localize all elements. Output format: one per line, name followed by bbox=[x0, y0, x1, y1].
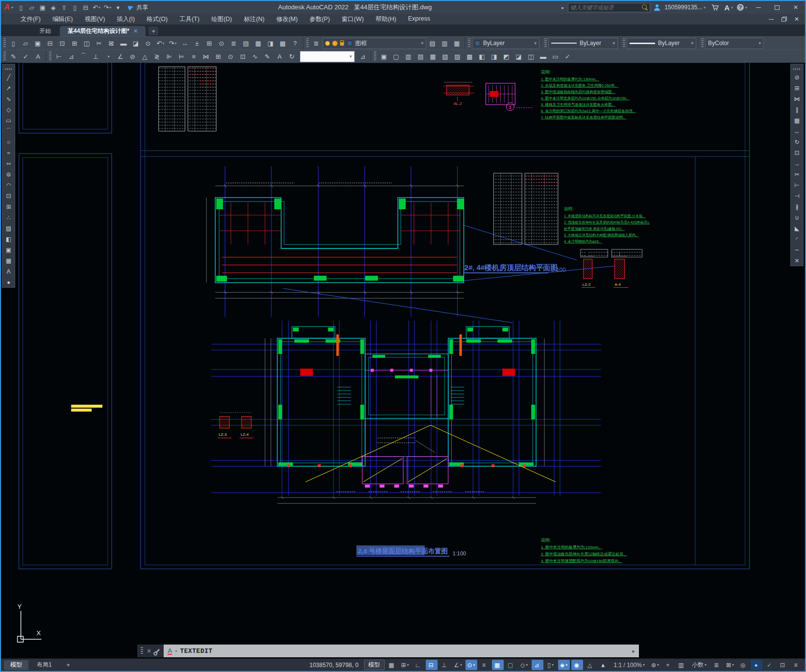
polar-tracking-icon[interactable]: ∠▾ bbox=[452, 660, 464, 670]
intersect-icon[interactable]: ▥ bbox=[402, 50, 415, 62]
collapse-search-icon[interactable]: ▸ bbox=[562, 5, 564, 10]
move-faces-icon[interactable]: ▦ bbox=[427, 50, 439, 62]
menu-parametric[interactable]: 参数(P) bbox=[304, 14, 336, 25]
units-button[interactable]: 小数▾ bbox=[689, 660, 709, 670]
dim-edit-icon[interactable]: ✎ bbox=[261, 50, 273, 62]
ellipse-icon[interactable]: ⊜ bbox=[3, 169, 14, 179]
toolbar-grip[interactable] bbox=[49, 51, 51, 61]
qat-redo-icon[interactable]: ↷▾ bbox=[102, 2, 113, 13]
qat-new-icon[interactable]: ▯ bbox=[16, 2, 26, 13]
toolbar-grip[interactable] bbox=[3, 38, 6, 48]
toolbar-grip[interactable] bbox=[701, 38, 704, 48]
arc-icon[interactable]: ⌒ bbox=[3, 126, 14, 136]
dim-angular-icon[interactable]: ∠ bbox=[114, 50, 126, 62]
offset-faces-icon[interactable]: ▧ bbox=[439, 50, 451, 62]
isolate-objects-icon[interactable]: ◎ bbox=[737, 660, 749, 670]
circle-icon[interactable]: ○ bbox=[3, 137, 14, 147]
close-tab-icon[interactable]: ✕ bbox=[133, 28, 138, 34]
search-icon[interactable] bbox=[642, 4, 648, 10]
polyline-icon[interactable]: ∿ bbox=[3, 94, 14, 104]
menu-draw[interactable]: 绘图(D) bbox=[205, 14, 238, 25]
dim-continue-icon[interactable]: ⊨ bbox=[175, 50, 188, 62]
customize-statusbar-icon[interactable]: ≡ bbox=[790, 660, 802, 670]
workspace-switching-icon[interactable]: ⊛▾ bbox=[649, 660, 661, 670]
annotation-scale-icon[interactable]: ▲ bbox=[598, 660, 610, 670]
make-block-icon[interactable]: ⊞ bbox=[3, 201, 14, 212]
blend-curves-icon[interactable]: ∼ bbox=[792, 245, 803, 255]
publish-icon[interactable]: ⊞ bbox=[69, 37, 81, 49]
tab-start[interactable]: 开始 bbox=[31, 26, 59, 36]
menu-tools[interactable]: 工具(T) bbox=[173, 14, 205, 25]
user-avatar-icon[interactable] bbox=[654, 4, 660, 11]
rectangle-icon[interactable]: ▭ bbox=[3, 115, 14, 125]
doc-minimize-button[interactable] bbox=[765, 15, 778, 24]
copy-base-point-icon[interactable]: ◪ bbox=[130, 37, 142, 49]
ellipse-arc-icon[interactable]: ◠ bbox=[3, 180, 14, 190]
dim-text-edit-icon[interactable]: A bbox=[273, 50, 286, 62]
menu-view[interactable]: 视图(V) bbox=[79, 14, 111, 25]
close-button[interactable]: ✕ bbox=[788, 2, 803, 13]
scale-icon[interactable]: ⊡ bbox=[792, 148, 803, 158]
qat-undo-icon[interactable]: ↶▾ bbox=[91, 2, 102, 13]
menu-express[interactable]: Express bbox=[402, 14, 436, 25]
taper-faces-icon[interactable]: ◧ bbox=[476, 50, 488, 62]
delete-faces-icon[interactable]: ▨ bbox=[451, 50, 464, 62]
qat-open-mobile-icon[interactable]: ▯ bbox=[70, 2, 80, 13]
batch-plot-icon[interactable]: ◫ bbox=[81, 37, 93, 49]
spline-icon[interactable]: ∾ bbox=[3, 158, 14, 169]
layer-dropdown[interactable]: 图框 ▾ bbox=[322, 38, 426, 49]
qat-plot-icon[interactable]: ⊟ bbox=[80, 2, 91, 13]
layer-translate-icon[interactable]: ▦ bbox=[451, 37, 463, 49]
edit-text-icon[interactable]: ✎ bbox=[7, 50, 20, 62]
fillet-icon[interactable]: ◜ bbox=[792, 234, 803, 244]
toolbar-grip[interactable] bbox=[3, 51, 6, 61]
dim-arc-length-icon[interactable]: ⌒ bbox=[77, 50, 90, 62]
drawing-area[interactable]: ╱↗∿◇▭⌒○≈∾⊜◠⊡⊞∴▨◧▣▦A● ⊘⊞⋈∥▦↔↻⊡→✂⊢⊣∦∪◣◜∼✕ bbox=[1, 63, 805, 658]
trim-icon[interactable]: ✂ bbox=[792, 169, 803, 179]
model-space-button[interactable]: 模型 bbox=[364, 660, 385, 670]
table-icon[interactable]: ▦ bbox=[3, 255, 14, 266]
dim-spacing-icon[interactable]: ≡ bbox=[188, 50, 200, 62]
explode-icon[interactable]: ✕ bbox=[792, 255, 803, 266]
units-ruler-icon[interactable]: ▥ bbox=[676, 660, 687, 670]
rotate-faces-icon[interactable]: ▩ bbox=[464, 50, 476, 62]
qat-upload-mobile-icon[interactable]: ⇧ bbox=[59, 2, 70, 13]
multiline-text-icon[interactable]: A bbox=[3, 266, 14, 276]
import-status-icon[interactable]: ✓ bbox=[764, 660, 776, 670]
plot-style-dropdown[interactable]: ByColor ▾ bbox=[705, 38, 764, 49]
color-faces-icon[interactable]: ◩ bbox=[500, 50, 513, 62]
quick-properties-icon[interactable]: ≣ bbox=[711, 660, 723, 670]
command-grip[interactable] bbox=[141, 647, 143, 655]
mirror-icon[interactable]: ⋈ bbox=[792, 94, 803, 104]
layer-properties-icon[interactable]: ≣ bbox=[228, 37, 240, 49]
clean-icon[interactable]: ◫ bbox=[525, 50, 537, 62]
point-icon[interactable]: ∴ bbox=[3, 212, 14, 223]
dim-angular3-icon[interactable]: △ bbox=[139, 50, 151, 62]
spell-check-icon[interactable]: ✓ bbox=[20, 50, 32, 62]
tool-palettes-icon[interactable]: ▩ bbox=[277, 37, 289, 49]
copy-icon[interactable]: ⊞ bbox=[792, 83, 803, 93]
infer-constraints-icon[interactable]: ∟ bbox=[413, 660, 424, 670]
erase-icon[interactable]: ⊘ bbox=[792, 72, 803, 82]
qat-open-icon[interactable]: ▱ bbox=[26, 2, 37, 13]
gizmo-icon[interactable]: ◈▾ bbox=[558, 660, 570, 670]
osnap-3d-icon[interactable]: ◇▾ bbox=[518, 660, 530, 670]
dim-radius-icon[interactable]: ◔ bbox=[102, 50, 114, 62]
model-tab[interactable]: 模型 bbox=[4, 660, 28, 670]
drawing-canvas[interactable]: AL-2 1 说明: 1. 图中未注明的板厚均为:130mm。 2. 水箱及构造… bbox=[1, 63, 805, 658]
graphics-performance-icon[interactable]: ● bbox=[751, 660, 762, 670]
autocad-logo-menu[interactable]: A▾ bbox=[3, 2, 14, 12]
pan-icon[interactable]: ↔ bbox=[179, 37, 191, 49]
array-icon[interactable]: ▦ bbox=[792, 115, 803, 125]
layer-states-icon[interactable]: ▤ bbox=[240, 37, 252, 49]
line-icon[interactable]: ╱ bbox=[3, 72, 14, 82]
menu-modify[interactable]: 修改(M) bbox=[270, 14, 304, 25]
stretch-icon[interactable]: → bbox=[792, 158, 803, 169]
object-snap-icon[interactable]: ⊙▾ bbox=[465, 660, 477, 670]
toolbar-grip[interactable] bbox=[306, 38, 309, 48]
region-icon[interactable]: ▣ bbox=[3, 245, 14, 255]
make-object-layer-current-icon[interactable]: ▤ bbox=[426, 37, 439, 49]
layer-manager-icon[interactable]: ≣ bbox=[310, 37, 322, 49]
plot-icon[interactable]: ⊟ bbox=[44, 37, 56, 49]
ortho-mode-icon[interactable]: ⊥ bbox=[439, 660, 451, 670]
